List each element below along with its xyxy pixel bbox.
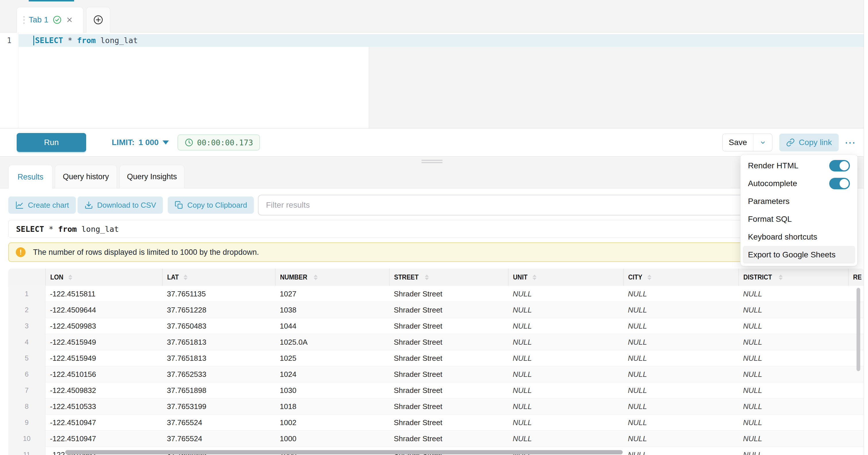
table-cell[interactable]: 1000 (275, 431, 389, 447)
table-cell[interactable] (848, 447, 864, 455)
table-cell[interactable]: 1044 (275, 318, 389, 334)
table-cell[interactable] (848, 350, 864, 366)
column-header-lat[interactable]: LAT (162, 269, 275, 286)
table-cell[interactable]: Shrader Street (389, 334, 508, 350)
menu-item-parameters[interactable]: Parameters (741, 192, 857, 210)
table-cell[interactable]: 1018 (275, 398, 389, 415)
menu-item-autocomplete[interactable]: Autocomplete (741, 175, 857, 192)
table-cell[interactable]: NULL (508, 286, 623, 302)
table-row[interactable]: 1-122.451581137.76511351027Shrader Stree… (8, 286, 864, 302)
table-row[interactable]: 8-122.451053337.76531991018Shrader Stree… (8, 398, 864, 415)
render-html-toggle[interactable] (829, 160, 850, 172)
table-cell[interactable]: NULL (739, 286, 848, 302)
table-cell[interactable]: NULL (623, 398, 739, 415)
table-cell[interactable]: -122.4510947 (45, 431, 162, 447)
table-cell[interactable]: -122.4510156 (45, 366, 162, 382)
tab-query-history[interactable]: Query history (55, 165, 117, 188)
table-cell[interactable]: NULL (623, 447, 739, 455)
table-row[interactable]: 3-122.450998337.76504831044Shrader Stree… (8, 318, 864, 334)
sort-icon[interactable] (314, 275, 318, 280)
table-cell[interactable]: NULL (508, 318, 623, 334)
sort-icon[interactable] (532, 275, 536, 280)
table-cell[interactable] (848, 302, 864, 318)
table-cell[interactable]: 1025.0A (275, 334, 389, 350)
table-cell[interactable]: -122.4509983 (45, 318, 162, 334)
table-cell[interactable]: NULL (623, 382, 739, 398)
column-header-street[interactable]: STREET (389, 269, 508, 286)
download-csv-button[interactable]: Download to CSV (78, 196, 163, 214)
close-tab-icon[interactable] (66, 16, 73, 24)
create-chart-button[interactable]: Create chart (8, 196, 76, 214)
table-cell[interactable] (848, 431, 864, 447)
table-cell[interactable]: NULL (508, 431, 623, 447)
table-cell[interactable]: 37.7651813 (162, 350, 275, 366)
table-cell[interactable] (848, 398, 864, 415)
menu-item-keyboard-shortcuts[interactable]: Keyboard shortcuts (741, 228, 857, 246)
table-cell[interactable]: NULL (739, 382, 848, 398)
table-cell[interactable]: -122.4515949 (45, 334, 162, 350)
tab-query-insights[interactable]: Query Insights (120, 165, 184, 188)
table-cell[interactable] (848, 415, 864, 431)
copy-link-button[interactable]: Copy link (779, 133, 839, 151)
run-button[interactable]: Run (17, 133, 86, 152)
table-cell[interactable]: NULL (623, 302, 739, 318)
table-cell[interactable]: Shrader Street (389, 286, 508, 302)
table-cell[interactable]: Shrader Street (389, 318, 508, 334)
table-cell[interactable]: NULL (739, 398, 848, 415)
table-cell[interactable]: -122.4515949 (45, 350, 162, 366)
table-cell[interactable] (848, 286, 864, 302)
table-cell[interactable]: 1038 (275, 302, 389, 318)
table-cell[interactable]: -122.4510533 (45, 398, 162, 415)
table-cell[interactable]: Shrader Street (389, 382, 508, 398)
table-cell[interactable]: -122.4509832 (45, 382, 162, 398)
sort-icon[interactable] (779, 275, 783, 280)
table-row[interactable]: 10-122.451094737.7655241000Shrader Stree… (8, 431, 864, 447)
table-cell[interactable] (848, 366, 864, 382)
sort-icon[interactable] (647, 275, 651, 280)
table-cell[interactable]: NULL (508, 398, 623, 415)
copy-clipboard-button[interactable]: Copy to Clipboard (168, 196, 254, 214)
table-cell[interactable]: NULL (623, 431, 739, 447)
menu-item-export-google-sheets[interactable]: Export to Google Sheets (743, 246, 855, 264)
more-options-button[interactable]: ⋯ (841, 133, 860, 151)
table-cell[interactable]: Shrader Street (389, 398, 508, 415)
table-cell[interactable]: NULL (508, 302, 623, 318)
table-cell[interactable]: NULL (623, 366, 739, 382)
table-cell[interactable]: Shrader Street (389, 366, 508, 382)
table-cell[interactable]: NULL (508, 366, 623, 382)
table-cell[interactable]: NULL (508, 334, 623, 350)
table-cell[interactable]: NULL (623, 286, 739, 302)
sort-icon[interactable] (68, 275, 72, 280)
sort-icon[interactable] (425, 275, 429, 280)
table-row[interactable]: 6-122.451015637.76525331024Shrader Stree… (8, 366, 864, 382)
table-cell[interactable] (848, 382, 864, 398)
panel-resize-handle[interactable] (421, 160, 443, 163)
table-cell[interactable]: NULL (508, 350, 623, 366)
autocomplete-toggle[interactable] (829, 178, 850, 189)
table-cell[interactable]: 1027 (275, 286, 389, 302)
table-cell[interactable]: Shrader Street (389, 415, 508, 431)
table-cell[interactable]: Shrader Street (389, 431, 508, 447)
table-cell[interactable]: 1025 (275, 350, 389, 366)
table-row[interactable]: 7-122.450983237.76518981030Shrader Stree… (8, 382, 864, 398)
table-row[interactable]: 5-122.451594937.76518131025Shrader Stree… (8, 350, 864, 366)
menu-item-format-sql[interactable]: Format SQL (741, 210, 857, 228)
editor-tab[interactable]: Tab 1 (17, 7, 83, 32)
table-cell[interactable] (848, 334, 864, 350)
table-cell[interactable]: NULL (739, 415, 848, 431)
code-line[interactable]: SELECT * from long_lat (35, 34, 138, 47)
table-cell[interactable]: -122.4510947 (45, 415, 162, 431)
horizontal-scrollbar[interactable] (65, 450, 623, 454)
column-header-number[interactable]: NUMBER (275, 269, 389, 286)
table-cell[interactable]: 37.765524 (162, 415, 275, 431)
table-cell[interactable]: -122.4509644 (45, 302, 162, 318)
column-header-city[interactable]: CITY (623, 269, 739, 286)
table-cell[interactable]: NULL (739, 366, 848, 382)
table-cell[interactable]: NULL (739, 431, 848, 447)
table-cell[interactable]: Shrader Street (389, 302, 508, 318)
table-cell[interactable]: 37.7650483 (162, 318, 275, 334)
table-cell[interactable] (848, 318, 864, 334)
table-cell[interactable]: 37.7651898 (162, 382, 275, 398)
sort-icon[interactable] (184, 275, 188, 280)
table-cell[interactable]: 37.7651813 (162, 334, 275, 350)
